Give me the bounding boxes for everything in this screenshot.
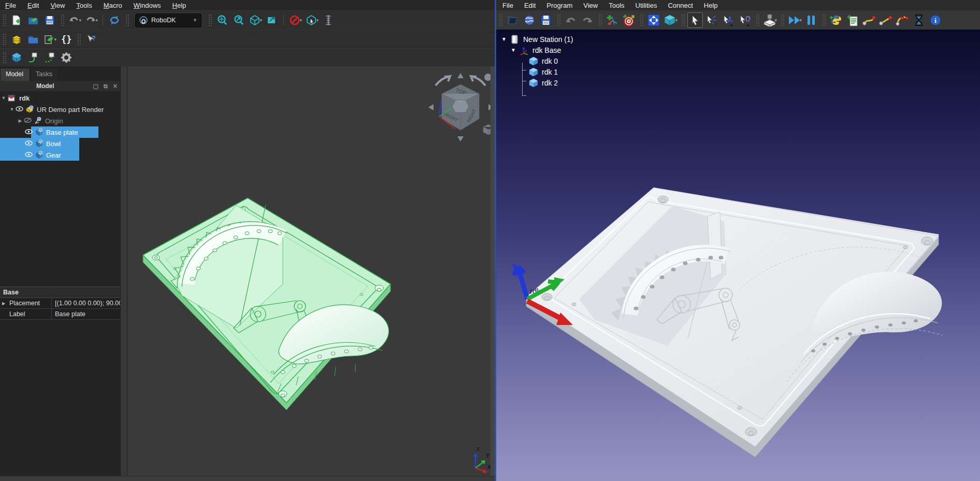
expander-icon[interactable]: ▶	[2, 301, 7, 306]
expander-icon[interactable]: ▼	[8, 107, 16, 112]
label-value[interactable]: Base plate	[52, 309, 120, 319]
toolbar-handle[interactable]	[640, 15, 643, 26]
fast-simulation-icon[interactable]: ▾	[787, 12, 802, 28]
visible-eye-icon[interactable]	[25, 140, 33, 148]
std-parts-icon[interactable]	[10, 33, 23, 46]
menu-tools[interactable]: Tools	[609, 2, 624, 9]
move-tool-cursor-icon[interactable]	[737, 12, 753, 28]
menu-macro[interactable]: Macro	[104, 2, 122, 9]
load-points-icon[interactable]	[43, 51, 56, 64]
save-icon[interactable]	[538, 12, 554, 28]
load-curve-icon[interactable]	[26, 51, 40, 64]
draw-style-icon[interactable]: ▾	[289, 13, 302, 27]
menu-help[interactable]: Help	[704, 2, 718, 9]
add-target-icon[interactable]	[621, 12, 637, 28]
whats-this-icon[interactable]: ?	[84, 33, 98, 46]
toolbar-handle[interactable]	[78, 34, 81, 45]
tree-row-bowl[interactable]: Bowl	[0, 138, 120, 149]
tree-row-rdk-0[interactable]: rdk 0	[499, 55, 573, 66]
toolbar-handle[interactable]	[126, 15, 129, 26]
tree-row-rdk-2[interactable]: rdk 2	[499, 77, 573, 88]
menu-program[interactable]: Program	[546, 2, 572, 9]
redo-icon[interactable]: ▾	[84, 13, 98, 27]
menu-file[interactable]: File	[502, 2, 513, 9]
tab-tasks[interactable]: Tasks	[30, 68, 59, 81]
menu-utilities[interactable]: Utilities	[636, 2, 657, 9]
add-program-icon[interactable]	[845, 12, 860, 28]
refresh-icon[interactable]	[108, 13, 121, 27]
folder-icon[interactable]	[26, 33, 40, 46]
panel-restore-icon[interactable]: ▢	[93, 83, 98, 90]
expander-icon[interactable]: ▼	[509, 47, 518, 53]
robodk-3d-viewport[interactable]: rdk ▼ New Station (1) ▼ rdk Base	[496, 30, 980, 481]
tree-row-origin[interactable]: ▶ Origin	[0, 115, 120, 126]
tree-row-rdk-base[interactable]: ▼ rdk Base	[499, 45, 573, 55]
expander-icon[interactable]: ▼	[0, 95, 7, 101]
menu-windows[interactable]: Windows	[134, 2, 161, 9]
add-reference-frame-icon[interactable]	[604, 12, 620, 28]
toolbar-handle[interactable]	[3, 52, 6, 63]
navigation-cube[interactable]: TOP FRONT RIGHT	[425, 69, 498, 154]
open-file-icon[interactable]	[26, 13, 40, 27]
menu-file[interactable]: File	[5, 2, 16, 9]
menu-view[interactable]: View	[583, 2, 598, 9]
viewport-scrollbar[interactable]	[491, 66, 495, 481]
tree-row-gear[interactable]: Gear	[0, 149, 120, 161]
move-circular-icon[interactable]	[895, 12, 910, 28]
menu-view[interactable]: View	[50, 2, 65, 9]
save-icon[interactable]	[43, 13, 56, 27]
visible-eye-icon[interactable]	[25, 151, 33, 159]
tab-model[interactable]: Model	[0, 68, 30, 81]
panel-close-icon[interactable]: ✕	[113, 83, 118, 90]
tree-row-base-plate[interactable]: Base plate	[0, 126, 120, 138]
menu-connect[interactable]: Connect	[668, 2, 693, 9]
visible-eye-icon[interactable]	[16, 106, 23, 114]
rotate-cursor-icon[interactable]	[704, 12, 719, 28]
toolbar-handle[interactable]	[756, 15, 759, 26]
panel-scrollbar[interactable]	[120, 66, 127, 476]
macro-braces-icon[interactable]: {}	[60, 33, 73, 46]
measure-icon[interactable]	[322, 13, 335, 27]
toolbar-handle[interactable]	[61, 15, 64, 26]
move-linear-icon[interactable]	[878, 12, 893, 28]
undo-icon[interactable]: ▾	[68, 13, 81, 27]
toolbar-handle[interactable]	[557, 15, 560, 26]
redo-icon[interactable]	[580, 12, 595, 28]
visible-eye-icon[interactable]	[25, 129, 33, 136]
property-row-placement[interactable]: ▶Placement [(1.00 0.00 0.00); 90.00 ...	[0, 298, 120, 309]
move-joint-icon[interactable]	[861, 12, 877, 28]
tree-row-rdk[interactable]: ▼ rdk	[0, 92, 120, 104]
robodk-cube-icon[interactable]	[10, 51, 23, 64]
freecad-3d-viewport[interactable]: TOP FRONT RIGHT z Y X	[127, 66, 491, 476]
pause-simulation-icon[interactable]	[803, 12, 819, 28]
sync-view-icon[interactable]	[265, 13, 279, 27]
new-document-icon[interactable]	[10, 13, 23, 27]
online-library-icon[interactable]	[522, 12, 537, 28]
box-zoom-icon[interactable]: ▾	[305, 13, 319, 27]
expander-icon[interactable]: ▼	[499, 36, 509, 42]
property-row-label[interactable]: Label Base plate	[0, 309, 120, 320]
move-frame-cursor-icon[interactable]	[720, 12, 736, 28]
machining-project-icon[interactable]: ▾	[762, 12, 777, 28]
settings-gear-icon[interactable]	[60, 51, 73, 64]
hidden-eye-icon[interactable]	[24, 117, 32, 125]
select-cursor-icon[interactable]	[687, 12, 703, 28]
toolbar-handle[interactable]	[781, 15, 784, 26]
view-cube-icon[interactable]: ▾	[662, 12, 678, 28]
tree-row-part[interactable]: ▼ UR Demo part Render	[0, 104, 120, 115]
menu-tools[interactable]: Tools	[76, 2, 92, 9]
menu-edit[interactable]: Edit	[27, 2, 39, 9]
hourglass-icon[interactable]	[911, 12, 927, 28]
toolbar-handle[interactable]	[3, 34, 6, 45]
zoom-selection-icon[interactable]	[232, 13, 246, 27]
workbench-selector[interactable]: RoboDK ▼	[135, 13, 201, 27]
about-info-icon[interactable]: i	[928, 12, 943, 28]
menu-edit[interactable]: Edit	[524, 2, 536, 9]
export-icon[interactable]: ▾	[43, 33, 56, 46]
panel-float-icon[interactable]: ⧉	[104, 83, 108, 90]
menu-help[interactable]: Help	[172, 2, 186, 9]
toolbar-handle[interactable]	[599, 15, 602, 26]
toolbar-handle[interactable]	[499, 15, 502, 26]
zoom-fit-icon[interactable]	[215, 13, 229, 27]
fit-all-icon[interactable]	[646, 12, 661, 28]
